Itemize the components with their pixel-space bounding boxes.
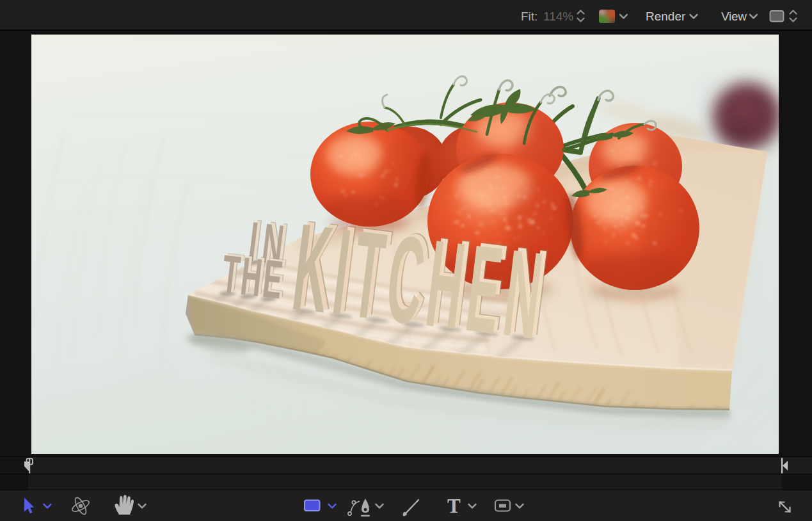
svg-text:T: T [447, 495, 461, 517]
svg-text:THE: THE [219, 243, 287, 310]
